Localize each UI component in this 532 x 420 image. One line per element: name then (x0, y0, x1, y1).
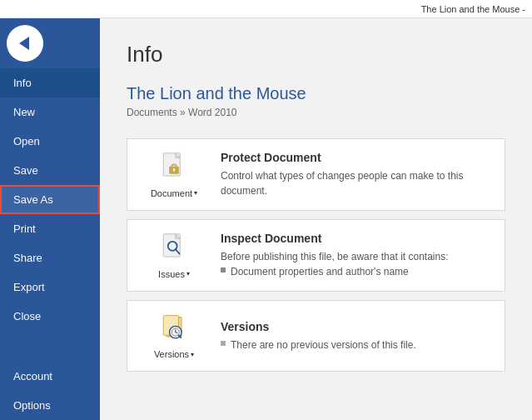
title-bar-text: The Lion and the Mouse - (421, 4, 525, 14)
sidebar-item-new[interactable]: New (0, 98, 100, 127)
bullet-icon (221, 268, 226, 272)
versions-no-previous: There are no previous versions of this f… (221, 338, 491, 352)
protect-icon-area[interactable]: Document ▾ (141, 152, 207, 198)
protect-icon-label[interactable]: Document ▾ (151, 188, 197, 198)
svg-rect-2 (173, 168, 175, 172)
sidebar-item-save-as[interactable]: Save As (0, 185, 100, 214)
page-title: Info (127, 42, 505, 68)
title-bar: The Lion and the Mouse - (0, 0, 532, 18)
sidebar-item-account[interactable]: Account (0, 362, 100, 391)
versions-card-text: Versions There are no previous versions … (221, 320, 491, 352)
inspect-document-icon (159, 232, 189, 266)
doc-title: The Lion and the Mouse (127, 84, 505, 103)
inspect-icon-area[interactable]: Issues ▾ (141, 232, 207, 279)
back-button[interactable] (7, 25, 43, 62)
versions-icon-label[interactable]: Versions ▾ (154, 349, 194, 359)
sidebar-item-close[interactable]: Close (0, 302, 100, 331)
protect-document-icon (159, 152, 189, 185)
nav-items: Info New Open Save Save As Print Share E… (0, 68, 100, 420)
inspect-document-card: Issues ▾ Inspect Document Before publish… (127, 219, 505, 292)
breadcrumb: Documents » Word 2010 (127, 107, 505, 118)
protect-heading: Protect Document (221, 151, 491, 164)
manage-versions-icon (159, 312, 189, 346)
sidebar-item-info[interactable]: Info (0, 68, 100, 98)
sidebar-item-options[interactable]: Options (0, 391, 100, 420)
inspect-heading: Inspect Document (221, 232, 491, 245)
protect-card-text: Protect Document Control what types of c… (221, 151, 491, 198)
sidebar-item-open[interactable]: Open (0, 127, 100, 156)
sidebar-item-export[interactable]: Export (0, 272, 100, 302)
versions-desc: There are no previous versions of this f… (221, 338, 491, 352)
inspect-icon-label[interactable]: Issues ▾ (158, 269, 190, 279)
back-arrow-icon (19, 37, 29, 50)
versions-card: Versions ▾ Versions There are no previou… (127, 300, 505, 372)
sidebar: Info New Open Save Save As Print Share E… (0, 18, 100, 420)
versions-icon-area[interactable]: Versions ▾ (141, 312, 207, 359)
inspect-card-text: Inspect Document Before publishing this … (221, 232, 491, 279)
inspect-bullet: Document properties and author's name (221, 264, 491, 279)
sidebar-item-share[interactable]: Share (0, 243, 100, 272)
sidebar-item-print[interactable]: Print (0, 214, 100, 243)
protect-document-card: Document ▾ Protect Document Control what… (127, 138, 505, 211)
nav-bottom: Account Options (0, 362, 100, 420)
versions-heading: Versions (221, 320, 491, 333)
inspect-desc: Before publishing this file, be aware th… (221, 249, 491, 279)
sidebar-item-save[interactable]: Save (0, 156, 100, 185)
versions-bullet-icon (221, 341, 226, 346)
main-content: Info The Lion and the Mouse Documents » … (100, 18, 532, 420)
protect-desc: Control what types of changes people can… (221, 168, 491, 198)
